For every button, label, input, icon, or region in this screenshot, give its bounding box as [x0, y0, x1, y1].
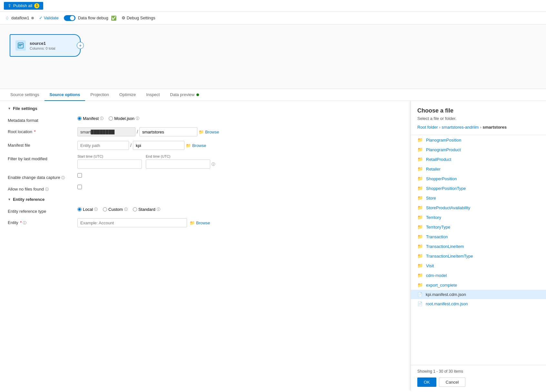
file-item[interactable]: 📁PlanogramPosition — [411, 135, 546, 145]
file-item-name: export_complete — [426, 283, 457, 288]
entity-browse-button[interactable]: 📁 Browse — [190, 220, 210, 225]
start-time-input[interactable] — [77, 160, 142, 169]
file-item[interactable]: 📁Store — [411, 193, 546, 203]
file-item[interactable]: 📁Transaction — [411, 232, 546, 241]
breadcrumb-middle[interactable]: smartstores-andriim — [442, 125, 479, 130]
tab-projection[interactable]: Projection — [85, 89, 114, 101]
root-location-browse-button[interactable]: 📁 Browse — [199, 130, 219, 134]
file-item-name: TransactionLineItemType — [426, 254, 473, 259]
browse-label: Browse — [205, 130, 219, 134]
custom-radio[interactable] — [103, 207, 107, 211]
ok-button[interactable]: OK — [417, 377, 436, 387]
publish-all-button[interactable]: ⇧ Publish all 1 — [4, 2, 43, 10]
breadcrumb-root[interactable]: Root folder — [417, 125, 438, 130]
path-separator: / — [137, 129, 138, 134]
file-item[interactable]: 📄kpi.manifest.cdm.json — [411, 290, 546, 299]
cancel-button[interactable]: Cancel — [439, 377, 465, 387]
file-item[interactable]: 📄root.manifest.cdm.json — [411, 299, 546, 309]
file-item[interactable]: 📁TransactionLineItem — [411, 241, 546, 251]
custom-info-icon: ⓘ — [124, 207, 128, 212]
manifest-radio-item[interactable]: Manifest ⓘ — [77, 116, 104, 121]
root-location-input1[interactable] — [77, 127, 135, 136]
entity-path-input[interactable] — [77, 141, 129, 150]
model-json-radio-item[interactable]: Model.json ⓘ — [109, 116, 139, 121]
root-location-input2[interactable] — [139, 127, 197, 136]
local-info-icon: ⓘ — [94, 207, 98, 212]
tab-source-settings[interactable]: Source settings — [5, 89, 45, 101]
source-node[interactable]: source1 Columns: 0 total + — [10, 34, 81, 57]
standard-info-icon: ⓘ — [157, 207, 160, 212]
folder-icon: 📁 — [417, 253, 423, 259]
enable-cdc-row: Enable change data capture ⓘ — [8, 173, 403, 180]
model-json-radio[interactable] — [109, 116, 113, 121]
folder-icon: 📁 — [417, 137, 423, 142]
file-item[interactable]: 📁TransactionLineItemType — [411, 251, 546, 261]
manifest-file-browse-button[interactable]: 📁 Browse — [186, 143, 206, 148]
standard-radio[interactable] — [133, 207, 137, 211]
model-json-label: Model.json — [114, 116, 134, 121]
filter-modified-control: Start time (UTC) End time (UTC) ⓘ — [77, 154, 403, 169]
file-chooser-subtitle: Select a file or folder. — [417, 116, 540, 121]
allow-no-files-checkbox-item — [77, 185, 82, 189]
file-item[interactable]: 📁export_complete — [411, 280, 546, 290]
tabs-row: Source settings Source options Projectio… — [0, 89, 546, 101]
collapse-icon: ▼ — [8, 107, 11, 110]
filter-modified-label: Filter by last modified — [8, 154, 72, 161]
file-item[interactable]: 📁PlanogramProduct — [411, 145, 546, 154]
file-item[interactable]: 📁Territory — [411, 212, 546, 222]
folder-icon: 📁 — [417, 205, 423, 210]
file-settings-header[interactable]: ▼ File settings — [8, 106, 403, 111]
tab-optimize[interactable]: Optimize — [114, 89, 141, 101]
validate-button[interactable]: ✓ Validate — [39, 15, 59, 20]
kpi-input[interactable] — [133, 141, 184, 150]
allow-no-files-checkbox[interactable] — [77, 185, 82, 189]
file-item[interactable]: 📁RetailProduct — [411, 154, 546, 164]
end-time-input[interactable] — [146, 160, 210, 169]
svg-rect-2 — [19, 45, 21, 46]
file-item[interactable]: 📁Visit — [411, 261, 546, 270]
footer-buttons: OK Cancel — [417, 377, 540, 387]
showing-count: Showing 1 - 30 of 30 items — [417, 369, 540, 374]
local-radio-item[interactable]: Local ⓘ — [77, 207, 98, 212]
root-location-row: Root location * / 📁 Browse — [8, 127, 403, 136]
file-item[interactable]: 📁TerritoryType — [411, 222, 546, 232]
allow-no-files-row: Allow no files found ⓘ — [8, 185, 403, 192]
file-item-name: kpi.manifest.cdm.json — [426, 292, 466, 297]
filter-modified-row: Filter by last modified Start time (UTC)… — [8, 154, 403, 169]
add-connection-button[interactable]: + — [77, 42, 84, 49]
debug-settings-button[interactable]: ⚙ Debug Settings — [122, 15, 155, 20]
standard-radio-item[interactable]: Standard ⓘ — [133, 207, 160, 212]
end-time-info-icon: ⓘ — [212, 162, 215, 167]
folder-icon: 📁 — [417, 273, 423, 278]
file-item[interactable]: 📁Retailer — [411, 164, 546, 174]
dataflow-icon: ♢ — [5, 15, 9, 21]
custom-radio-item[interactable]: Custom ⓘ — [103, 207, 128, 212]
file-item[interactable]: 📁cdm-model — [411, 270, 546, 280]
no-files-info-icon: ⓘ — [45, 187, 49, 191]
file-item[interactable]: 📁StoreProductAvailability — [411, 203, 546, 212]
enable-cdc-checkbox[interactable] — [77, 173, 82, 178]
start-time-label: Start time (UTC) — [77, 154, 142, 158]
file-item[interactable]: 📁ShopperPosition — [411, 174, 546, 183]
entity-input[interactable] — [77, 218, 187, 227]
dirty-indicator — [31, 17, 34, 19]
folder-icon: 📁 — [417, 195, 423, 201]
file-panel-header: Choose a file Select a file or folder. R… — [411, 101, 546, 135]
tab-data-preview[interactable]: Data preview — [165, 89, 204, 101]
tab-inspect[interactable]: Inspect — [141, 89, 165, 101]
entity-reference-header[interactable]: ▼ Entity reference — [8, 197, 403, 202]
tab-source-options[interactable]: Source options — [45, 89, 85, 101]
upload-icon: ⇧ — [8, 3, 11, 8]
file-item-name: PlanogramPosition — [426, 138, 461, 142]
entity-browse-label: Browse — [196, 220, 210, 225]
root-location-label: Root location * — [8, 127, 72, 134]
file-item-name: RetailProduct — [426, 157, 451, 162]
folder-icon: 📁 — [417, 166, 423, 172]
local-radio[interactable] — [77, 207, 82, 211]
file-chooser-title: Choose a file — [417, 107, 540, 114]
manifest-radio[interactable] — [77, 116, 82, 121]
debug-toggle[interactable] — [64, 15, 75, 21]
file-item[interactable]: 📁ShopperPositionType — [411, 183, 546, 193]
source-node-columns: Columns: 0 total — [30, 46, 75, 50]
folder-icon: 📁 — [417, 157, 423, 162]
